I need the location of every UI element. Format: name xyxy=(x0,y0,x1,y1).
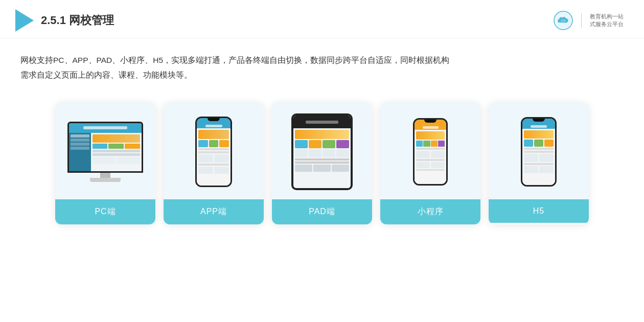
phone-frame-app xyxy=(195,117,232,187)
header-right: 云朵 教育机构一站 式服务云平台 xyxy=(554,11,624,30)
card-pad-label: PAD端 xyxy=(272,199,372,224)
pc-neck xyxy=(100,173,110,178)
cards-container: PC端 xyxy=(0,88,644,240)
brand-divider xyxy=(581,13,582,28)
device-pc xyxy=(67,122,143,182)
tablet-frame xyxy=(291,113,353,190)
description: 网校支持PC、APP、PAD、小程序、H5，实现多端打通，产品各终端自由切换，数… xyxy=(0,38,644,88)
card-h5-label: H5 xyxy=(489,199,589,223)
device-h5-phone xyxy=(521,117,557,187)
card-h5: H5 xyxy=(489,102,589,224)
card-app-image xyxy=(164,102,264,199)
card-app: APP端 xyxy=(164,102,264,224)
phone-frame-h5 xyxy=(521,117,557,187)
card-app-label: APP端 xyxy=(164,199,264,224)
brand-text: 教育机构一站 式服务云平台 xyxy=(590,13,624,29)
card-pc-label: PC端 xyxy=(55,199,155,224)
card-miniapp-label: 小程序 xyxy=(380,199,480,224)
title-prefix: 2.5.1 xyxy=(41,14,69,27)
device-tablet xyxy=(291,113,353,190)
card-pc: PC端 xyxy=(55,102,155,224)
device-miniapp-phone xyxy=(413,118,448,186)
logo-triangle-icon xyxy=(15,9,34,32)
page-title: 2.5.1 网校管理 xyxy=(41,13,114,28)
pc-monitor xyxy=(67,122,143,173)
card-h5-image xyxy=(489,102,589,199)
card-pc-image xyxy=(55,102,155,199)
brand-logo: 云朵 xyxy=(554,11,573,30)
card-pad-image xyxy=(272,102,372,199)
header: 2.5.1 网校管理 云朵 教育机构一站 式服务云平台 xyxy=(0,0,644,38)
description-line1: 网校支持PC、APP、PAD、小程序、H5，实现多端打通，产品各终端自由切换，数… xyxy=(20,53,624,67)
card-miniapp: 小程序 xyxy=(380,102,480,224)
brand-slogan-line1: 教育机构一站 xyxy=(590,13,624,20)
header-left: 2.5.1 网校管理 xyxy=(15,9,114,32)
brand-cloud-icon: 云朵 xyxy=(554,11,573,30)
card-miniapp-image xyxy=(380,102,480,199)
brand-slogan-line2: 式服务云平台 xyxy=(590,20,624,28)
page: 2.5.1 网校管理 云朵 教育机构一站 式服务云平台 网校支持PC、APP、P… xyxy=(0,0,644,322)
description-line2: 需求自定义页面上的内容、课程、功能模块等。 xyxy=(20,67,624,82)
svg-text:云朵: 云朵 xyxy=(561,19,566,22)
phone-frame-miniapp xyxy=(413,118,448,186)
card-pad: PAD端 xyxy=(272,102,372,224)
title-main: 网校管理 xyxy=(69,14,114,27)
device-app-phone xyxy=(195,117,232,187)
pc-base xyxy=(90,178,121,182)
